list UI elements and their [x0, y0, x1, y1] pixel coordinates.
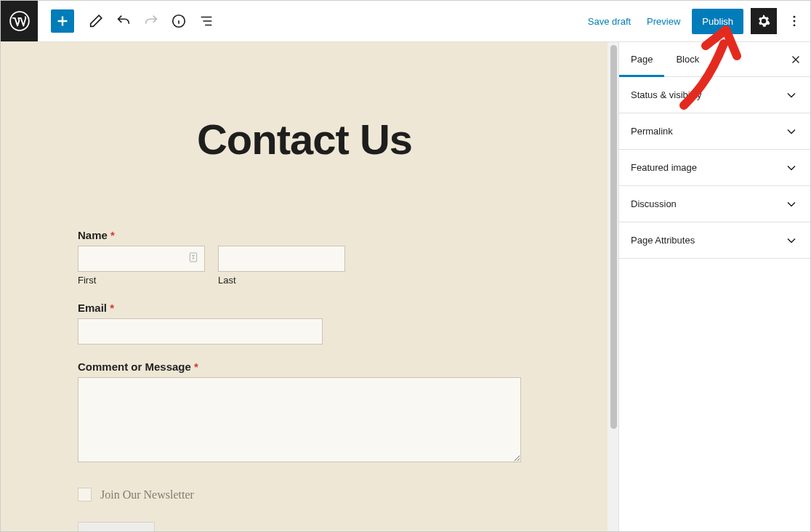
required-mark: *: [194, 360, 198, 373]
chevron-down-icon: [784, 88, 799, 102]
info-icon: [171, 13, 187, 29]
toolbar-right-group: Save draft Preview Publish: [584, 8, 810, 34]
gear-icon: [756, 14, 771, 28]
email-label: Email *: [78, 302, 531, 314]
settings-sidebar: Page Block Status & visibility Permalink…: [618, 42, 810, 532]
panel-label: Permalink: [631, 126, 673, 137]
preview-button[interactable]: Preview: [642, 10, 685, 33]
close-sidebar-button[interactable]: [781, 42, 810, 76]
newsletter-label: Join Our Newsletter: [100, 488, 194, 501]
outline-button[interactable]: [193, 8, 219, 34]
panel-permalink[interactable]: Permalink: [619, 113, 810, 150]
add-block-button[interactable]: [51, 9, 74, 33]
undo-icon: [116, 13, 132, 29]
first-name-input[interactable]: [78, 246, 205, 272]
svg-point-4: [794, 24, 796, 26]
email-label-text: Email: [78, 302, 107, 314]
redo-icon: [143, 13, 159, 29]
chevron-down-icon: [784, 197, 799, 211]
scrollbar-thumb[interactable]: [610, 45, 617, 429]
panel-featured-image[interactable]: Featured image: [619, 150, 810, 186]
tab-page[interactable]: Page: [619, 42, 664, 76]
required-mark: *: [110, 229, 115, 241]
scrollbar-track[interactable]: [608, 42, 618, 532]
submit-button[interactable]: Submit: [78, 522, 155, 532]
comment-label: Comment or Message *: [78, 360, 531, 373]
publish-button[interactable]: Publish: [692, 9, 743, 34]
edit-mode-button[interactable]: [83, 8, 109, 34]
tab-block[interactable]: Block: [664, 42, 711, 76]
redo-button[interactable]: [138, 8, 164, 34]
comment-textarea[interactable]: [78, 377, 521, 462]
panel-status-visibility[interactable]: Status & visibility: [619, 77, 810, 113]
more-options-button[interactable]: [784, 8, 804, 34]
editor-toolbar: Save draft Preview Publish: [1, 1, 810, 42]
panel-label: Page Attributes: [631, 235, 695, 246]
panel-label: Featured image: [631, 162, 697, 173]
required-mark: *: [110, 302, 114, 314]
editor-canvas[interactable]: Contact Us Name * First: [1, 42, 608, 532]
plus-icon: [55, 13, 70, 29]
email-field: Email *: [78, 302, 531, 344]
toolbar-left-group: [38, 8, 219, 34]
sidebar-tabs: Page Block: [619, 42, 810, 77]
save-draft-button[interactable]: Save draft: [584, 10, 635, 33]
autofill-icon: [187, 251, 199, 263]
dots-vertical-icon: [787, 14, 802, 28]
newsletter-checkbox[interactable]: [78, 488, 92, 501]
panel-label: Discussion: [631, 198, 677, 209]
panel-page-attributes[interactable]: Page Attributes: [619, 222, 810, 259]
chevron-down-icon: [784, 233, 799, 248]
panel-discussion[interactable]: Discussion: [619, 186, 810, 222]
undo-button[interactable]: [110, 8, 137, 34]
page-title[interactable]: Contact Us: [78, 115, 531, 164]
wordpress-logo[interactable]: [1, 1, 38, 41]
close-icon: [789, 53, 802, 66]
name-field: Name * First Last: [78, 229, 531, 286]
chevron-down-icon: [784, 161, 799, 175]
name-label-text: Name: [78, 229, 108, 241]
list-icon: [198, 13, 214, 29]
email-input[interactable]: [78, 318, 323, 344]
canvas-wrap: Contact Us Name * First: [1, 42, 618, 532]
info-button[interactable]: [166, 8, 192, 34]
chevron-down-icon: [784, 124, 799, 139]
panel-label: Status & visibility: [631, 89, 702, 100]
svg-point-3: [794, 20, 796, 23]
last-name-input[interactable]: [218, 246, 345, 272]
svg-point-2: [794, 16, 796, 18]
name-label: Name *: [78, 229, 531, 241]
first-sublabel: First: [78, 275, 205, 286]
newsletter-field: Join Our Newsletter: [78, 488, 531, 501]
settings-button[interactable]: [751, 8, 777, 34]
comment-field: Comment or Message *: [78, 360, 531, 464]
editor-main: Contact Us Name * First: [1, 42, 810, 532]
wordpress-icon: [9, 11, 30, 31]
last-sublabel: Last: [218, 275, 345, 286]
pencil-icon: [88, 13, 104, 29]
comment-label-text: Comment or Message: [78, 360, 191, 373]
